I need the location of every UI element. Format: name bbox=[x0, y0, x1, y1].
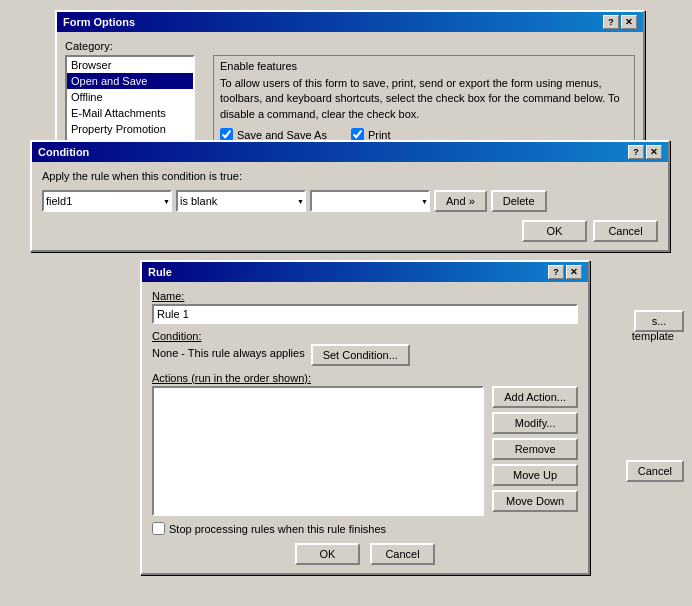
rule-window: Rule ? ✕ Name: Condition: None - This ru… bbox=[140, 260, 590, 575]
move-down-button[interactable]: Move Down bbox=[492, 490, 578, 512]
save-label: Save and Save As bbox=[237, 129, 327, 141]
list-item-open-save[interactable]: Open and Save bbox=[67, 73, 193, 89]
condition-title-bar: Condition ? ✕ bbox=[32, 142, 668, 162]
condition-window: Condition ? ✕ Apply the rule when this c… bbox=[30, 140, 670, 252]
condition-cancel-button[interactable]: Cancel bbox=[593, 220, 658, 242]
enable-features-label: Enable features bbox=[220, 60, 628, 72]
print-label: Print bbox=[368, 129, 391, 141]
condition2-combo-wrapper bbox=[310, 190, 430, 212]
condition1-combo-wrapper: is blank is not blank equals does not eq… bbox=[176, 190, 306, 212]
help-button[interactable]: ? bbox=[603, 15, 619, 29]
field1-select[interactable]: field1 field2 field3 bbox=[42, 190, 172, 212]
name-label: Name: bbox=[152, 290, 578, 302]
actions-list[interactable] bbox=[152, 386, 484, 516]
rule-bottom-buttons: OK Cancel bbox=[152, 543, 578, 565]
form-options-title: Form Options bbox=[63, 16, 135, 28]
condition2-select[interactable] bbox=[310, 190, 430, 212]
condition-help-button[interactable]: ? bbox=[628, 145, 644, 159]
condition-dialog-buttons: OK Cancel bbox=[42, 220, 658, 242]
name-input[interactable] bbox=[152, 304, 578, 324]
modify-button[interactable]: Modify... bbox=[492, 412, 578, 434]
condition-body: Apply the rule when this condition is tr… bbox=[32, 162, 668, 250]
background-cancel-area: Cancel bbox=[626, 460, 684, 482]
rule-body: Name: Condition: None - This rule always… bbox=[142, 282, 588, 573]
form-options-title-bar: Form Options ? ✕ bbox=[57, 12, 643, 32]
stop-processing-section: Stop processing rules when this rule fin… bbox=[152, 522, 578, 535]
category-label: Category: bbox=[65, 40, 635, 52]
rule-content: Add Action... Modify... Remove Move Up M… bbox=[152, 386, 578, 516]
condition-ok-button[interactable]: OK bbox=[522, 220, 587, 242]
rule-title: Rule bbox=[148, 266, 172, 278]
category-list: Browser Open and Save Offline E-Mail Att… bbox=[65, 55, 195, 145]
list-item-email[interactable]: E-Mail Attachments bbox=[67, 105, 193, 121]
rule-cancel-button[interactable]: Cancel bbox=[370, 543, 435, 565]
actions-label: Actions (run in the order shown): bbox=[152, 372, 578, 384]
condition-row: field1 field2 field3 is blank is not bla… bbox=[42, 190, 658, 212]
enable-features-box: Enable features To allow users of this f… bbox=[213, 55, 635, 146]
delete-button[interactable]: Delete bbox=[491, 190, 547, 212]
s-button[interactable]: s... bbox=[634, 310, 684, 332]
condition-close-button[interactable]: ✕ bbox=[646, 145, 662, 159]
stop-processing-label: Stop processing rules when this rule fin… bbox=[169, 523, 386, 535]
condition1-select[interactable]: is blank is not blank equals does not eq… bbox=[176, 190, 306, 212]
move-up-button[interactable]: Move Up bbox=[492, 464, 578, 486]
add-action-button[interactable]: Add Action... bbox=[492, 386, 578, 408]
rule-close-button[interactable]: ✕ bbox=[566, 265, 582, 279]
features-text: To allow users of this form to save, pri… bbox=[220, 76, 628, 122]
condition-title: Condition bbox=[38, 146, 89, 158]
set-condition-button[interactable]: Set Condition... bbox=[311, 344, 410, 366]
background-s-button: s... bbox=[634, 310, 684, 332]
form-options-window: Form Options ? ✕ Category: Browser Open … bbox=[55, 10, 645, 160]
rule-action-buttons: Add Action... Modify... Remove Move Up M… bbox=[492, 386, 578, 516]
remove-button[interactable]: Remove bbox=[492, 438, 578, 460]
list-item-property[interactable]: Property Promotion bbox=[67, 121, 193, 137]
condition-value: None - This rule always applies bbox=[152, 347, 305, 359]
rule-title-buttons: ? ✕ bbox=[548, 265, 582, 279]
condition-section-label: Condition: bbox=[152, 330, 578, 342]
and-button[interactable]: And » bbox=[434, 190, 487, 212]
background-cancel-button[interactable]: Cancel bbox=[626, 460, 684, 482]
condition-description: Apply the rule when this condition is tr… bbox=[42, 170, 658, 182]
condition-title-buttons: ? ✕ bbox=[628, 145, 662, 159]
stop-processing-checkbox[interactable] bbox=[152, 522, 165, 535]
condition-section: None - This rule always applies Set Cond… bbox=[152, 344, 578, 366]
title-bar-buttons: ? ✕ bbox=[603, 15, 637, 29]
rule-ok-button[interactable]: OK bbox=[295, 543, 360, 565]
list-item-browser[interactable]: Browser bbox=[67, 57, 193, 73]
rule-title-bar: Rule ? ✕ bbox=[142, 262, 588, 282]
rule-help-button[interactable]: ? bbox=[548, 265, 564, 279]
close-button[interactable]: ✕ bbox=[621, 15, 637, 29]
list-item-offline[interactable]: Offline bbox=[67, 89, 193, 105]
field1-combo-wrapper: field1 field2 field3 bbox=[42, 190, 172, 212]
